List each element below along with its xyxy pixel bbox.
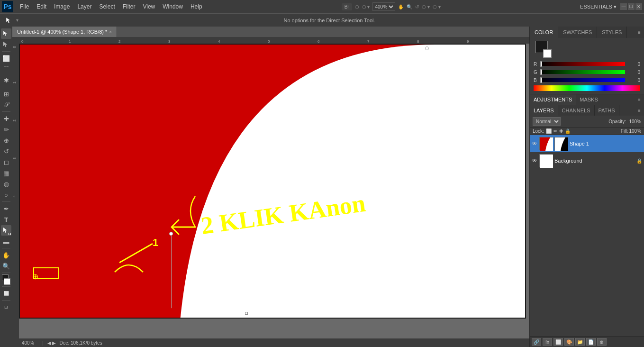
shape-tool[interactable]: ▬ — [1, 236, 11, 247]
menu-view[interactable]: View — [139, 2, 159, 11]
close-button[interactable]: ✕ — [635, 3, 642, 10]
layers-panel-menu[interactable]: ≡ — [635, 105, 644, 116]
workspace-selector[interactable]: ESSENTIALS ▾ — [576, 3, 620, 11]
maximize-button[interactable]: ❐ — [628, 3, 635, 10]
color-panel-menu[interactable]: ≡ — [635, 27, 644, 38]
lock-image-icon[interactable]: ✏ — [553, 128, 557, 134]
nav-left[interactable]: ◀ — [47, 340, 51, 346]
background-swatch[interactable] — [543, 49, 552, 58]
lasso-tool[interactable]: ⌒ — [1, 64, 11, 74]
svg-text:2 KLIK KAnon: 2 KLIK KAnon — [200, 192, 367, 239]
fill-control: Fill: 100% — [621, 128, 641, 134]
ruler-mark: 9 — [467, 39, 469, 44]
menu-filter[interactable]: Filter — [119, 2, 139, 11]
eraser-tool[interactable]: ◻ — [1, 157, 11, 167]
opacity-control: Opacity: 100% — [608, 119, 641, 124]
tab-channels[interactable]: CHANNELS — [558, 105, 595, 116]
fill-value[interactable]: 100% — [629, 128, 641, 134]
document-tab[interactable]: Untitled-1 @ 400% (Shape 1, RGB/8) * × — [12, 27, 117, 37]
menu-window[interactable]: Window — [159, 2, 187, 11]
color-swatches-row — [534, 41, 640, 58]
blend-mode-select[interactable]: Normal — [533, 117, 561, 126]
cursor-indicator: ⊕ — [32, 272, 38, 281]
g-slider[interactable] — [540, 70, 625, 74]
direct-selection-tool[interactable] — [1, 39, 11, 50]
minimize-button[interactable]: — — [620, 3, 627, 10]
gradient-tool[interactable]: ▦ — [1, 168, 11, 178]
menu-image[interactable]: Image — [50, 2, 73, 11]
annotation-2-svg: 2 KLIK KAnon — [157, 192, 451, 267]
layer-visibility-bg[interactable]: 👁 — [532, 157, 537, 164]
tab-layers[interactable]: LAYERS — [530, 105, 558, 116]
opacity-value[interactable]: 100% — [627, 119, 641, 124]
type-tool[interactable]: T — [1, 214, 11, 225]
nav-right[interactable]: ▶ — [52, 340, 56, 346]
nav-arrows[interactable]: ◀ ▶ — [47, 340, 56, 346]
blur-tool[interactable]: ◍ — [1, 179, 11, 189]
screen-mode-tool[interactable]: ⊡ — [1, 302, 11, 312]
tab-swatches[interactable]: SWATCHES — [558, 27, 597, 38]
hand-tool[interactable]: ✋ — [1, 250, 11, 260]
color-spectrum[interactable] — [534, 85, 640, 91]
layer-visibility-shape1[interactable]: 👁 — [532, 140, 537, 147]
history-brush-tool[interactable]: ↺ — [1, 146, 11, 156]
lock-transparency-icon[interactable]: ⬜ — [546, 128, 552, 134]
brush-tool[interactable]: ✏ — [1, 124, 11, 135]
direct-selection-tool-icon — [5, 17, 13, 24]
tab-color[interactable]: COLOR — [530, 27, 558, 38]
layer-row-shape1[interactable]: 👁 Shape 1 — [530, 135, 644, 152]
magic-wand-tool[interactable]: ✱ — [1, 75, 11, 85]
ps-logo: Ps — [2, 1, 13, 12]
ruler-mark-v: 1 — [12, 82, 17, 83]
right-panels: COLOR SWATCHES STYLES ≡ R — [529, 27, 644, 347]
background-color[interactable] — [4, 278, 10, 285]
menu-help[interactable]: Help — [187, 2, 206, 11]
menu-select[interactable]: Select — [95, 2, 118, 11]
pen-tool[interactable]: ✒ — [1, 203, 11, 214]
link-layers-button[interactable]: 🔗 — [532, 338, 541, 346]
r-slider-thumb[interactable] — [540, 61, 542, 67]
tab-masks[interactable]: MASKS — [576, 94, 602, 105]
menu-edit[interactable]: Edit — [33, 2, 50, 11]
b-slider[interactable] — [540, 78, 625, 82]
marquee-tool[interactable]: ⬜ — [1, 53, 11, 64]
lock-position-icon[interactable]: ✚ — [559, 128, 563, 134]
quick-mask-tool[interactable]: ⬜ — [1, 288, 11, 299]
ruler-mark-v: 2 — [12, 119, 17, 121]
add-mask-button[interactable]: ⬜ — [553, 338, 563, 346]
tab-close-button[interactable]: × — [109, 29, 112, 35]
zoom-select[interactable]: 400% — [372, 2, 395, 11]
g-slider-thumb[interactable] — [540, 69, 542, 75]
layers-panel-tabs: LAYERS CHANNELS PATHS ≡ — [530, 105, 644, 116]
crop-tool[interactable]: ⊞ — [1, 89, 11, 99]
clone-stamp-tool[interactable]: ⊕ — [1, 135, 11, 146]
new-layer-button[interactable]: 📄 — [586, 338, 596, 346]
path-selection-tool[interactable] — [1, 225, 11, 236]
layer-row-background[interactable]: 👁 Background 🔒 — [530, 152, 644, 169]
zoom-tool[interactable]: 🔍 — [1, 261, 11, 271]
options-bar: ▾ No options for the Direct Selection To… — [0, 13, 644, 27]
dodge-tool[interactable]: ○ — [1, 190, 11, 200]
b-slider-thumb[interactable] — [540, 77, 542, 83]
b-label: B — [534, 78, 538, 83]
adjustment-layer-button[interactable]: 🎨 — [564, 338, 574, 346]
vertical-ruler: 0 1 2 3 4 — [12, 44, 19, 347]
tab-paths[interactable]: PATHS — [595, 105, 619, 116]
layer-name-bg: Background — [554, 158, 635, 164]
r-slider[interactable] — [540, 62, 625, 66]
color-swatch[interactable] — [1, 274, 11, 285]
tab-styles[interactable]: STYLES — [597, 27, 627, 38]
new-group-button[interactable]: 📁 — [575, 338, 585, 346]
eyedropper-tool[interactable]: 𝒮 — [1, 100, 11, 110]
delete-layer-button[interactable]: 🗑 — [597, 338, 607, 346]
menu-layer[interactable]: Layer — [73, 2, 95, 11]
selection-tool[interactable] — [1, 28, 11, 39]
menu-file[interactable]: File — [16, 2, 33, 11]
lock-all-icon[interactable]: 🔒 — [565, 128, 571, 134]
layer-fx-button[interactable]: fx — [543, 338, 552, 346]
toolbar-divider-1 — [2, 51, 10, 52]
adj-panel-menu[interactable]: ≡ — [635, 94, 644, 105]
fg-bg-swatches[interactable] — [534, 41, 552, 58]
tab-adjustments[interactable]: ADJUSTMENTS — [530, 94, 576, 105]
spot-healing-tool[interactable]: ✚ — [1, 113, 11, 124]
